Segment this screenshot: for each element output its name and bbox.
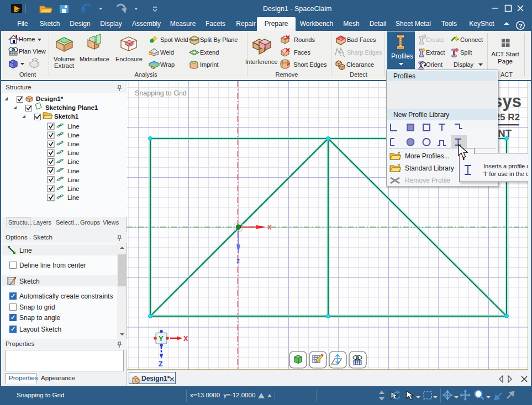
svg-text:Design1 - SpaceClaim: Design1 - SpaceClaim: [263, 5, 331, 13]
svg-text:Inserts a profile of: Inserts a profile of: [483, 163, 532, 169]
svg-text:Profiles: Profiles: [391, 52, 413, 60]
svg-text:X: X: [267, 224, 272, 231]
svg-text:Y: Y: [159, 334, 164, 343]
svg-text:?: ?: [519, 23, 523, 29]
svg-text:Z: Z: [159, 360, 163, 368]
svg-text:'I' for use in the des: 'I' for use in the des: [483, 170, 532, 177]
svg-text:Snapping to Grid: Snapping to Grid: [135, 89, 187, 97]
svg-text:X: X: [183, 335, 188, 343]
svg-text:z: z: [236, 257, 240, 265]
